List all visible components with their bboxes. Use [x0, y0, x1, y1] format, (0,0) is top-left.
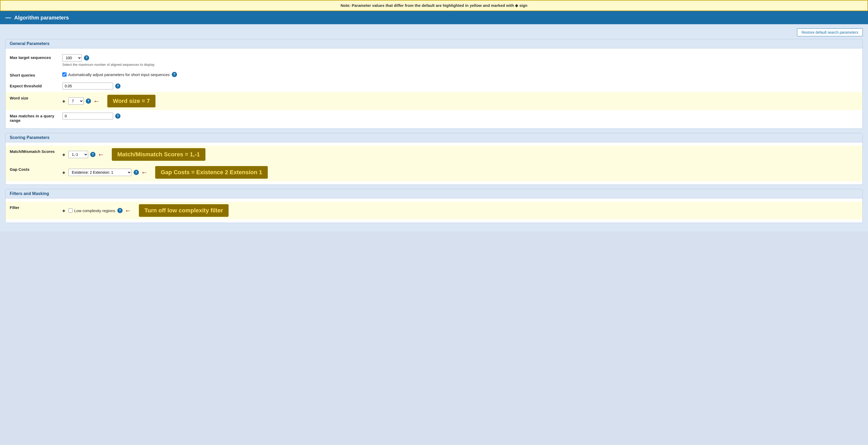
top-note-text: Note: Parameter values that differ from …	[341, 3, 527, 8]
short-queries-label: Short queries	[10, 72, 62, 77]
max-matches-row: Max matches in a query range ?	[10, 110, 858, 125]
match-mismatch-label: Match/Mismatch Scores	[10, 148, 62, 154]
match-mismatch-annotation: Match/Mismatch Scores = 1,-1	[112, 148, 206, 161]
gap-costs-diamond-icon: ◆	[62, 170, 65, 175]
word-size-help-icon[interactable]: ?	[86, 98, 91, 104]
match-mismatch-select[interactable]: 1,-1 1,-2 1,-3 1,-4 2,-3 4,-5	[68, 151, 88, 158]
short-queries-control: Automatically adjust parameters for shor…	[62, 72, 177, 77]
match-mismatch-row: Match/Mismatch Scores ◆ 1,-1 1,-2 1,-3 1…	[5, 146, 863, 164]
filters-masking-rows: Filter ◆ Low complexity regions ? ← Turn…	[5, 199, 863, 222]
gap-costs-label: Gap Costs	[10, 166, 62, 172]
short-queries-checkbox[interactable]	[62, 72, 66, 77]
general-parameters-title: General Parameters	[5, 39, 863, 49]
scoring-parameters-section: Scoring Parameters Match/Mismatch Scores…	[5, 133, 863, 185]
match-mismatch-diamond-icon: ◆	[62, 152, 65, 156]
short-queries-help-icon[interactable]: ?	[172, 72, 177, 77]
gap-costs-row: Gap Costs ◆ Existence: 2 Extension: 1 Ex…	[5, 164, 863, 181]
word-size-label: Word size	[10, 95, 62, 100]
top-note-bar: Note: Parameter values that differ from …	[0, 0, 868, 11]
expect-threshold-row: Expect threshold ?	[10, 80, 858, 92]
max-target-sublabel: Select the maximum number of aligned seq…	[62, 63, 154, 66]
max-matches-help-icon[interactable]: ?	[115, 113, 121, 119]
gap-costs-arrow-icon: ←	[141, 169, 148, 177]
gap-costs-annotation: Gap Costs = Existence 2 Extension 1	[155, 166, 268, 179]
algorithm-parameters-header: — Algorithm parameters	[0, 11, 868, 24]
restore-row: Restore default search parameters	[5, 28, 863, 36]
filters-masking-title: Filters and Masking	[5, 189, 863, 199]
max-target-control: 100 10 20 50 250 500 ?	[62, 54, 154, 62]
filter-row: Filter ◆ Low complexity regions ? ← Turn…	[5, 202, 863, 219]
collapse-icon[interactable]: —	[5, 14, 11, 21]
short-queries-checkbox-wrap: Automatically adjust parameters for shor…	[62, 72, 169, 77]
gap-costs-help-icon[interactable]: ?	[134, 170, 139, 175]
max-matches-control: ?	[62, 113, 121, 119]
match-mismatch-arrow-icon: ←	[98, 151, 104, 159]
general-parameters-rows: Max target sequences 100 10 20 50 250 50…	[5, 49, 863, 128]
filter-help-icon[interactable]: ?	[117, 208, 123, 213]
max-target-select[interactable]: 100 10 20 50 250 500	[62, 54, 82, 62]
filter-label: Filter	[10, 204, 62, 210]
expect-threshold-control: ?	[62, 83, 121, 89]
general-parameters-section: General Parameters Max target sequences …	[5, 39, 863, 129]
max-target-sequences-row: Max target sequences 100 10 20 50 250 50…	[10, 52, 858, 69]
short-queries-checkbox-label: Automatically adjust parameters for shor…	[68, 72, 169, 77]
expect-threshold-input[interactable]	[62, 83, 113, 89]
filter-checkbox-wrap: Low complexity regions	[68, 208, 115, 213]
algorithm-parameters-title: Algorithm parameters	[14, 15, 69, 21]
filter-annotation: Turn off low complexity filter	[139, 204, 228, 217]
word-size-arrow-icon: ←	[93, 97, 100, 105]
match-mismatch-help-icon[interactable]: ?	[90, 152, 95, 157]
scoring-parameters-title: Scoring Parameters	[5, 133, 863, 142]
filter-diamond-icon: ◆	[62, 208, 65, 213]
max-matches-label: Max matches in a query range	[10, 113, 62, 123]
gap-costs-select[interactable]: Existence: 2 Extension: 1 Existence: 1 E…	[68, 169, 131, 176]
word-size-annotation: Word size = 7	[107, 95, 155, 107]
main-content: Restore default search parameters Genera…	[0, 24, 868, 231]
scoring-parameters-rows: Match/Mismatch Scores ◆ 1,-1 1,-2 1,-3 1…	[5, 142, 863, 184]
word-size-diamond-icon: ◆	[62, 99, 65, 103]
word-size-row: Word size ◆ 7 2 3 4 5 6 8 ? ← Word size …	[5, 92, 863, 110]
filter-checkbox-label: Low complexity regions	[74, 208, 115, 213]
expect-threshold-label: Expect threshold	[10, 83, 62, 88]
short-queries-row: Short queries Automatically adjust param…	[10, 69, 858, 80]
max-target-help-icon[interactable]: ?	[84, 55, 89, 61]
max-target-label: Max target sequences	[10, 54, 62, 60]
word-size-select[interactable]: 7 2 3 4 5 6 8	[68, 97, 84, 105]
filters-masking-section: Filters and Masking Filter ◆ Low complex…	[5, 189, 863, 223]
max-matches-input[interactable]	[62, 113, 113, 119]
filter-arrow-icon: ←	[125, 207, 131, 215]
expect-threshold-help-icon[interactable]: ?	[115, 83, 121, 89]
restore-default-button[interactable]: Restore default search parameters	[797, 28, 863, 36]
filter-checkbox[interactable]	[68, 208, 72, 213]
